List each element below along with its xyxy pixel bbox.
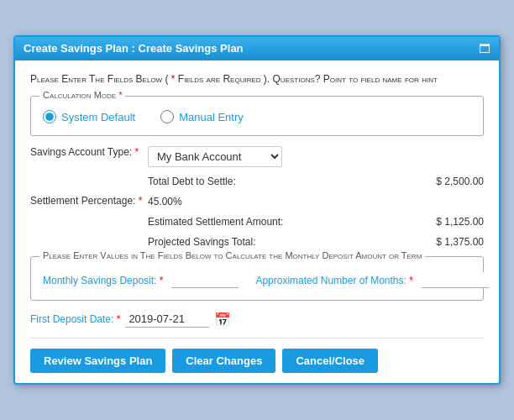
divider [30,338,484,339]
savings-account-row: Savings Account Type: * My Bank Account … [30,146,484,191]
calculation-mode-label: Calculation Mode * [39,90,125,100]
total-debt-label: Total Debt to Settle: [148,174,236,189]
estimated-settlement-label: Estimated Settlement Amount: [148,214,283,229]
estimated-settlement-value: $ 1,125.00 [436,214,484,229]
instruction-text: Please Enter The Fields Below ( * Fields… [30,72,484,87]
estimated-settlement-row: Estimated Settlement Amount: $ 1,125.00 [148,214,484,229]
monthly-fields-row: Monthly Savings Deposit: * Approximated … [43,265,471,288]
manual-entry-option[interactable]: Manual Entry [160,110,244,123]
dialog-title: Create Savings Plan : Create Savings Pla… [24,42,244,55]
monthly-deposit-input[interactable] [171,272,239,288]
button-row: Review Savings Plan Clear Changes Cancel… [30,347,484,373]
manual-entry-radio[interactable] [160,110,174,123]
approx-months-input[interactable] [422,272,489,288]
calculation-mode-section: Calculation Mode * System Default Manual… [30,96,484,136]
system-default-label: System Default [61,111,135,123]
calendar-icon[interactable]: 📅 [214,312,231,328]
monthly-deposit-label: Monthly Savings Deposit: * [43,275,163,286]
settlement-percentage-label: Settlement Percentage: * [30,195,142,207]
approx-months-label: Approximated Number of Months: * [255,275,412,286]
review-savings-plan-button[interactable]: Review Savings Plan [30,349,165,373]
clear-changes-button[interactable]: Clear Changes [172,349,275,373]
savings-account-type-label: Savings Account Type: * [30,146,139,158]
radio-group: System Default Manual Entry [43,105,471,123]
first-deposit-label: First Deposit Date: * [30,313,120,325]
projected-savings-value: $ 1,375.00 [436,234,484,249]
system-default-radio[interactable] [43,110,56,123]
projected-savings-row: Projected Savings Total: $ 1,375.00 [148,234,484,249]
settlement-percentage-value: 45.00% [148,196,182,207]
first-deposit-row: First Deposit Date: * 📅 [30,311,484,328]
dialog-body: Please Enter The Fields Below ( * Fields… [15,60,499,384]
monthly-section-label: Please Enter Values in The Fields Below … [39,250,425,260]
savings-account-select[interactable]: My Bank Account [148,146,282,167]
system-default-option[interactable]: System Default [43,110,135,123]
total-debt-row: Total Debt to Settle: $ 2,500.00 [148,174,484,189]
monthly-section: Please Enter Values in The Fields Below … [30,256,484,301]
projected-savings-label: Projected Savings Total: [148,234,256,249]
manual-entry-label: Manual Entry [179,111,244,123]
create-savings-plan-dialog: Create Savings Plan : Create Savings Pla… [13,35,501,386]
dialog-header: Create Savings Plan : Create Savings Pla… [15,37,499,60]
close-button[interactable]: 🗖 [479,42,490,55]
total-debt-value: $ 2,500.00 [436,174,484,189]
first-deposit-input[interactable] [125,311,209,328]
cancel-close-button[interactable]: Cancel/Close [282,349,378,373]
settlement-row: Settlement Percentage: * 45.00% Estimate… [30,194,484,251]
